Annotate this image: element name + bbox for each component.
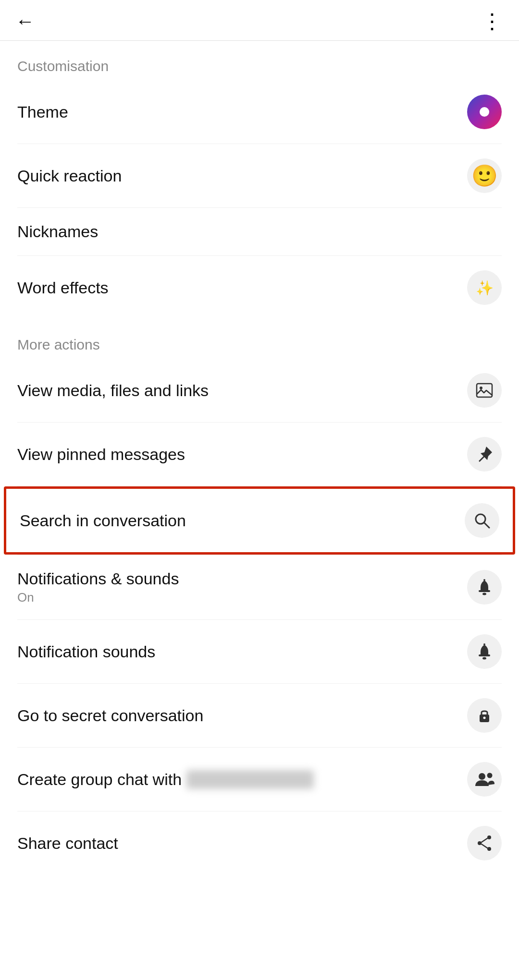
notification-sounds-left: Notification sounds (17, 642, 155, 661)
back-button[interactable]: ← (15, 12, 35, 31)
bell-icon-2 (467, 634, 502, 669)
word-effects-icon: ✨ (467, 270, 502, 305)
share-contact-label: Share contact (17, 834, 118, 853)
nicknames-left: Nicknames (17, 222, 98, 241)
customisation-section: Customisation Theme Quick reaction 🙂 Nic… (0, 41, 519, 319)
notifications-sounds-label: Notifications & sounds (17, 569, 179, 588)
svg-line-17 (482, 838, 487, 842)
svg-point-13 (487, 773, 493, 778)
more-actions-section: More actions View media, files and links… (0, 319, 519, 875)
emoji-smile-icon: 🙂 (471, 165, 498, 186)
svg-rect-0 (477, 384, 492, 397)
notifications-sounds-left: Notifications & sounds On (17, 569, 179, 605)
share-icon (467, 826, 502, 860)
svg-line-18 (482, 844, 487, 848)
search-icon (465, 503, 499, 538)
more-actions-section-label: More actions (0, 319, 519, 359)
lock-icon (467, 698, 502, 733)
view-media-item[interactable]: View media, files and links (0, 359, 519, 422)
svg-point-1 (480, 387, 482, 389)
quick-reaction-icon: 🙂 (467, 158, 502, 193)
sparkles-icon: ✨ (476, 279, 494, 296)
svg-point-11 (483, 717, 486, 719)
word-effects-left: Word effects (17, 278, 109, 297)
search-conversation-highlighted: Search in conversation (4, 486, 515, 555)
svg-point-16 (487, 847, 491, 851)
header: ← ⋮ (0, 0, 519, 41)
theme-item-left: Theme (17, 103, 68, 121)
word-effects-item[interactable]: Word effects ✨ (0, 256, 519, 319)
notification-sounds-item[interactable]: Notification sounds (0, 620, 519, 683)
image-icon (467, 373, 502, 408)
notifications-sounds-item[interactable]: Notifications & sounds On (0, 555, 519, 619)
quick-reaction-label: Quick reaction (17, 167, 122, 185)
group-icon (467, 762, 502, 797)
search-svg (473, 512, 491, 529)
image-svg (476, 382, 493, 399)
search-conversation-item[interactable]: Search in conversation (6, 489, 513, 552)
share-contact-item[interactable]: Share contact (0, 811, 519, 875)
notifications-sounds-sublabel: On (17, 590, 34, 605)
quick-reaction-item[interactable]: Quick reaction 🙂 (0, 144, 519, 207)
svg-rect-9 (483, 643, 485, 645)
customisation-section-label: Customisation (0, 41, 519, 80)
pin-svg (476, 446, 493, 463)
theme-label: Theme (17, 103, 68, 121)
secret-conversation-label: Go to secret conversation (17, 706, 203, 725)
share-svg (476, 835, 493, 852)
bell-svg-1 (476, 579, 493, 596)
svg-point-14 (487, 835, 491, 839)
blurred-name: ███████████ (186, 770, 314, 789)
nicknames-label: Nicknames (17, 222, 98, 241)
secret-conversation-item[interactable]: Go to secret conversation (0, 684, 519, 747)
nicknames-item[interactable]: Nicknames (0, 208, 519, 255)
create-group-left: Create group chat with ███████████ (17, 770, 314, 789)
create-group-item[interactable]: Create group chat with ███████████ (0, 748, 519, 811)
view-pinned-label: View pinned messages (17, 445, 185, 464)
svg-line-3 (484, 523, 489, 528)
svg-rect-6 (483, 579, 485, 581)
theme-icon-inner (480, 107, 489, 117)
group-svg (474, 771, 494, 788)
pin-icon (467, 437, 502, 472)
secret-conversation-left: Go to secret conversation (17, 706, 203, 725)
view-media-left: View media, files and links (17, 381, 209, 400)
theme-item[interactable]: Theme (0, 80, 519, 144)
svg-point-15 (478, 841, 482, 845)
svg-point-5 (482, 593, 486, 595)
create-group-label: Create group chat with ███████████ (17, 770, 314, 789)
notification-sounds-label: Notification sounds (17, 642, 155, 661)
svg-point-12 (479, 773, 485, 780)
theme-icon (467, 95, 502, 129)
bell-svg-2 (476, 643, 493, 660)
more-options-button[interactable]: ⋮ (482, 15, 504, 27)
search-conversation-left: Search in conversation (20, 511, 186, 530)
view-pinned-item[interactable]: View pinned messages (0, 423, 519, 486)
svg-point-8 (482, 657, 486, 660)
svg-rect-7 (479, 654, 490, 656)
lock-svg (476, 707, 493, 724)
share-contact-left: Share contact (17, 834, 118, 853)
svg-rect-4 (479, 590, 490, 592)
bell-icon-1 (467, 570, 502, 605)
view-media-label: View media, files and links (17, 381, 209, 400)
quick-reaction-left: Quick reaction (17, 167, 122, 185)
view-pinned-left: View pinned messages (17, 445, 185, 464)
word-effects-label: Word effects (17, 278, 109, 297)
search-conversation-label: Search in conversation (20, 511, 186, 530)
